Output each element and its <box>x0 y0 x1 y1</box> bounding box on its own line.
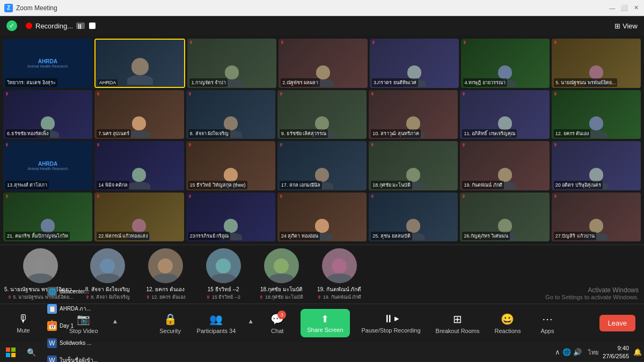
taskbar-clock: 9:40 27/6/2565 <box>603 344 629 360</box>
taskbar-app-2[interactable]: 📅Day 1 <box>43 318 102 335</box>
video-cell-p9[interactable]: 🎙8. สัจจา ฝังใจเจริญ <box>186 90 275 139</box>
video-cell-p25[interactable]: 🎙25. สุชน ยลสมปัติ <box>369 193 458 242</box>
video-cell-p22[interactable]: 🎙22.พัสกรณ์ แก้วทองแสง <box>94 193 184 242</box>
video-cell-p5[interactable]: 🎙4.ทกษุฎี อายวรรณา <box>461 39 550 88</box>
pinned-item-3[interactable]: 15 ธีรวิทย์ --2 🎙 15 ธีรวิทย์ --2 <box>196 248 250 301</box>
pinned-item-2[interactable]: 12. ยคกร ต้นเอง 🎙 12. ยคกร ต้นเอง <box>138 248 192 301</box>
reactions-label: Reactions <box>495 328 521 334</box>
video-cell-p0[interactable]: AHRDA Animal Health Research วิทยากร: สม… <box>3 39 92 88</box>
video-cell-p11[interactable]: 🎙10. สราวุฒิ สุนทรีภาค <box>369 90 458 139</box>
mute-icon-p16: 🎙 <box>188 143 192 147</box>
participant-name-p24: 24 สุภีดา ทองอ่อน <box>280 232 320 240</box>
pinned-item-5[interactable]: 19. กันตพัณน์ ภักดี 🎙 19. กันตพัณน์ ภักด… <box>312 248 366 301</box>
participants-label: Participants 34 <box>197 328 236 334</box>
video-cell-p12[interactable]: 🎙11. อภิสิทธิ์ เกษเจริญคุณ <box>460 90 549 139</box>
pinned-name-5: 19. กันตพัณน์ ภักดี <box>317 285 361 293</box>
video-cell-p13[interactable]: 🎙12. ยคกร ต้นเอง <box>552 90 641 139</box>
mute-button[interactable]: 🎙 Mute <box>9 311 38 336</box>
taskbar-app-3[interactable]: WSolidworks ... <box>43 335 102 352</box>
mute-icon-p14: 🎙 <box>5 143 9 147</box>
participant-name-p25: 25. สุชน ยลสมปัติ <box>371 232 412 240</box>
video-cell-p14[interactable]: AHRDA Animal Health Research 🎙13.สุรพงส์… <box>3 141 92 190</box>
leave-button[interactable]: Leave <box>599 315 635 331</box>
video-cell-p27[interactable]: 🎙27.ปัญสิริ แก้วปาน <box>552 193 641 242</box>
video-cell-p18[interactable]: 🎙18.กุศชัย มะโนบัติ <box>369 141 458 190</box>
participants-caret[interactable]: ▲ <box>247 317 254 325</box>
video-cell-p2[interactable]: 🎙1.กาญจัตร จำปา <box>187 39 276 88</box>
taskbar-app-label-3: Solidworks ... <box>60 340 91 346</box>
video-cell-p23[interactable]: 🎙23กรรภิรมย์ กริอุณ <box>186 193 275 242</box>
minimize-button[interactable]: — <box>609 4 616 12</box>
pinned-avatar-5 <box>322 248 357 283</box>
taskbar-app-0[interactable]: 🌐datacenter... <box>43 284 102 301</box>
mute-icon-p26: 🎙 <box>462 194 466 199</box>
video-caret[interactable]: ▲ <box>112 317 119 325</box>
mute-icon-p3: 🎙 <box>280 40 284 45</box>
svg-rect-1 <box>11 348 16 352</box>
close-button[interactable]: ✕ <box>632 4 640 12</box>
participants-button[interactable]: 👥 Participants 34 <box>194 311 239 336</box>
video-cell-p8[interactable]: 🎙7.นคร อุปเนตร์ <box>94 90 184 139</box>
pinned-avatar-2 <box>148 248 183 283</box>
pinned-name-3: 15 ธีรวิทย์ --2 <box>208 285 239 293</box>
windows-taskbar: 🔍 🌐datacenter...📋AHRDA ภา...📅Day 1WSolid… <box>0 342 644 362</box>
taskbar-app-1[interactable]: 📋AHRDA ภา... <box>43 301 102 318</box>
video-cell-p10[interactable]: 🎙9. ธรัชชัย เลิศสุวรรณ <box>277 90 367 139</box>
time-display: 9:40 <box>603 344 629 352</box>
video-cell-p19[interactable]: 🎙19. กันตพัณน์ ภักดี <box>460 141 549 190</box>
view-button[interactable]: ⊞ View <box>614 22 638 30</box>
video-cell-p7[interactable]: 🎙6.ธรัชชัย ทองรัตเพ็ง <box>3 90 92 139</box>
mute-icon-p19: 🎙 <box>462 143 466 147</box>
maximize-button[interactable]: ⬜ <box>620 4 628 12</box>
pause-recording-button[interactable]: ⏸ <box>76 23 85 29</box>
security-icon: 🔒 <box>164 313 177 326</box>
chat-button[interactable]: 💬 3 Chat <box>262 311 292 336</box>
recording-controls[interactable]: ⏸ ■ <box>76 23 96 29</box>
start-button[interactable] <box>2 344 19 361</box>
video-cell-p6[interactable]: 🎙5. นายณัฐชนน พรพันธ์อิตย... <box>552 39 641 88</box>
video-cell-p20[interactable]: 🎙20 อดิตร ปริษุอิสุเนตร <box>552 141 641 190</box>
svg-rect-3 <box>11 353 16 357</box>
video-cell-p15[interactable]: 🎙14 พิมิจ คติกล <box>94 141 184 190</box>
video-cell-p17[interactable]: 🎙17. สกล เอกมณีนิล <box>277 141 367 190</box>
participant-name-p2: 1.กาญจัตร จำปา <box>189 78 228 87</box>
video-cell-p26[interactable]: 🎙26.กัญตุภัทร วิเศษมน <box>460 193 549 242</box>
mic-icon: 🎙 <box>18 313 29 325</box>
video-cell-p4[interactable]: 🎙3.ภราดร ยนดีทิพเวศ <box>370 39 459 88</box>
apps-button[interactable]: ⋯ Apps <box>532 311 562 336</box>
video-row-2: AHRDA Animal Health Research 🎙13.สุรพงส์… <box>3 141 641 190</box>
video-cell-p21[interactable]: 🎙21. คมกริช ลิ้มปิกาญจนโกวิท <box>3 193 92 242</box>
pause-icon: ⏸▶ <box>383 313 399 325</box>
pinned-sub-5: 🎙 19. กันตพัณน์ ภักดี <box>317 293 361 301</box>
taskbar-search-button[interactable]: 🔍 <box>23 344 40 361</box>
pause-recording-button[interactable]: ⏸▶ Pause/Stop Recording <box>358 311 424 336</box>
stop-recording-button[interactable]: ■ <box>89 23 96 29</box>
participant-name-p26: 26.กัญตุภัทร วิเศษมน <box>462 232 510 240</box>
mute-icon-p18: 🎙 <box>370 143 375 147</box>
network-icon[interactable]: 🌐 <box>562 348 571 356</box>
mute-icon-p20: 🎙 <box>553 143 558 147</box>
mute-icon-p22: 🎙 <box>96 194 100 199</box>
video-grid: AHRDA Animal Health Research วิทยากร: สม… <box>0 35 644 245</box>
reactions-button[interactable]: 😀 Reactions <box>492 311 524 336</box>
participant-name-p7: 6.ธรัชชัย ทองรัตเพ็ง <box>5 129 50 138</box>
video-cell-p1[interactable]: AHRDA <box>94 39 186 88</box>
taskbar-apps: 🌐datacenter...📋AHRDA ภา...📅Day 1WSolidwo… <box>43 284 102 363</box>
video-cell-p16[interactable]: 🎙15 ธีรวิทย์ วิทัญสกุล (thee) <box>186 141 275 190</box>
zoom-toolbar: ✓ Recording... ⏸ ■ ⊞ View <box>0 16 644 35</box>
pinned-avatar-0 <box>23 248 58 283</box>
share-screen-button[interactable]: ⬆ Share Screen <box>301 309 349 337</box>
mute-icon-p5: 🎙 <box>463 40 467 45</box>
security-button[interactable]: 🔒 Security <box>156 311 185 336</box>
video-cell-p24[interactable]: 🎙24 สุภีดา ทองอ่อน <box>277 193 367 242</box>
pinned-item-4[interactable]: 18.กุศชัย มะโนบัติ 🎙 18.กุศชัย มะโนบัติ <box>254 248 308 301</box>
notification-icon[interactable]: 🔔 <box>633 348 642 356</box>
video-cell-p3[interactable]: 🎙2.ณัฐพัชร ผลผลา <box>279 39 368 88</box>
participant-name-p5: 4.ทกษุฎี อายวรรณา <box>463 78 507 87</box>
taskbar-app-4[interactable]: Wใบเซ็นชื่อผู้เข้า... <box>43 352 102 363</box>
volume-icon[interactable]: 🔊 <box>573 348 582 356</box>
breakout-rooms-button[interactable]: ⊞ Breakout Rooms <box>433 311 483 336</box>
mute-icon-p24: 🎙 <box>279 194 283 199</box>
tray-expand[interactable]: ∧ <box>555 348 560 356</box>
recording-indicator: Recording... ⏸ ■ <box>26 22 96 30</box>
